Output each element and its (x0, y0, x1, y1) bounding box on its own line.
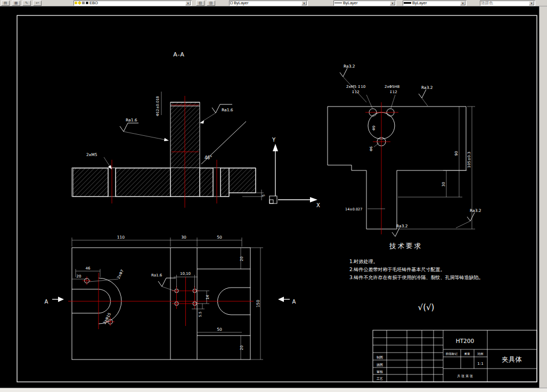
ucs-y-label: Y (272, 137, 276, 143)
ucs-x-label: X (316, 202, 320, 208)
layer-lock-icon (82, 2, 85, 4)
step-dimension-label: 5 (262, 194, 266, 197)
dimension-label: 30 (442, 182, 446, 187)
color-control-icon[interactable]: ▨ (207, 1, 215, 6)
roughness-label: Ra1.6 (222, 108, 233, 112)
dimension-label: 5.5 (198, 312, 202, 317)
dimension-label: 50 (217, 235, 222, 240)
linetype-dropdown[interactable]: ByLayer ▼ (333, 1, 396, 6)
chevron-down-icon[interactable]: ▼ (185, 1, 191, 5)
lineweight-dropdown-value: ByLayer (412, 1, 427, 5)
plotstyle-dropdown-value: 随颜色 (481, 1, 493, 6)
thread-callout: 2xM5 ↧10 (346, 85, 365, 89)
right-scrollbar[interactable] (539, 6, 547, 388)
layers-dialog-icon[interactable]: ▦ (12, 1, 20, 6)
dimension-label: 10,10 (180, 272, 191, 276)
angle-dimension: 46° (205, 156, 212, 160)
section-mark-label: A (292, 299, 296, 305)
dimension-label: 50 (217, 327, 222, 332)
tech-requirements: 技术要求 1.时效处理。 2.铸件公差带对称于毛坯铸件基本尺寸配置。 3.铸件不… (349, 242, 484, 280)
stage-label: 阶段标记 (446, 352, 458, 356)
object-properties-toolbar: ▤ ▦ ✎ ↩ EBO ▼ ▧ ▨ ByLayer ▼ ByLayer ▼ By… (0, 0, 547, 6)
weight-label: 重量 (464, 352, 471, 355)
layer-properties-icon[interactable]: ▤ (1, 1, 10, 6)
front-centerlines (365, 102, 398, 234)
dimension-label: 105±0.3 (467, 152, 471, 168)
roughness-symbol (158, 278, 176, 291)
front-view: 2xM5 ↧10 ↧12 2xΦ5H8 ↧12 Φ9 Φ6 Ra3.2 Ra3.… (328, 64, 481, 236)
status-strip (0, 388, 547, 392)
dimension-label: 110 (117, 235, 125, 240)
dimension-label: 20 (240, 257, 244, 262)
dimension-label: 20 (240, 346, 244, 350)
hole-callout: 2xΦ7 (116, 269, 125, 280)
color-dropdown-value: ByLayer (234, 1, 249, 5)
model-space-canvas[interactable]: A-A (0, 6, 539, 388)
layer-dropdown-value: EBO (89, 1, 98, 5)
hole-callout-depth: ↧12 (389, 90, 397, 94)
tech-requirement-item: 3.铸件不允许存在有损于使用的冷隔、裂纹、孔洞等铸造缺陷。 (349, 275, 484, 280)
plotstyle-dropdown[interactable]: 随颜色 ▼ (480, 1, 535, 6)
color-swatch (230, 2, 233, 4)
roughness-label: Ra3.2 (421, 85, 433, 90)
linetype-preview-icon (334, 3, 342, 3)
roughness-label: Ra3.2 (396, 224, 408, 228)
roughness-label: Ra3.2 (470, 208, 481, 213)
section-mark-label: A (45, 299, 48, 305)
roughness-symbol (419, 89, 428, 106)
layer-previous-icon[interactable]: ↩ (33, 1, 42, 6)
plan-view: 110 30 50 46 20 2xΦ7 2xΦ15 Ra1.6 10,10 1… (45, 235, 296, 360)
tech-requirement-item: 2.铸件公差带对称于毛坯铸件基本尺寸配置。 (349, 267, 445, 272)
roughness-label: Ra3.2 (344, 64, 355, 69)
diameter-label: Φ6 (369, 146, 373, 151)
section-geometry (72, 102, 256, 197)
chevron-down-icon[interactable]: ▼ (529, 1, 534, 5)
section-view: A-A (72, 51, 266, 208)
layer-color-swatch (86, 2, 88, 4)
lineweight-dropdown[interactable]: ByLayer ▼ (403, 1, 467, 6)
linetype-dropdown-value: ByLayer (343, 1, 358, 5)
color-dropdown[interactable]: ByLayer ▼ (229, 1, 308, 6)
material-spec: HT200 (456, 338, 474, 344)
thread-callout-depth: ↧12 (352, 90, 360, 94)
layer-on-icon (75, 2, 77, 4)
dimension-label: 46 (86, 266, 91, 271)
dimension-label: 90 (454, 151, 459, 156)
chevron-down-icon[interactable]: ▼ (390, 1, 395, 5)
tech-requirement-item: 1.时效处理。 (349, 259, 378, 264)
hole-callout: 2xΦ15 (102, 312, 112, 325)
surface-finish-note: √(√) (418, 303, 435, 312)
title-block-row-label: 制图 (377, 355, 383, 360)
hole-callout: 2xΦ5H8 (385, 85, 399, 89)
title-block-row-label: 审核 (377, 370, 383, 373)
dimension-label: 30 (181, 235, 186, 240)
section-title: A-A (173, 51, 185, 58)
title-block: HT200 夹具体 阶段标记 重量 比例 1:1 共 张 第 张 制图 描图 审… (373, 330, 537, 382)
bore-dimension: Φ12±0.018 (156, 96, 160, 116)
scale-value: 1:1 (477, 362, 483, 366)
ucs-icon: Y X (270, 137, 320, 208)
scale-label: 比例 (478, 352, 484, 356)
dimension-label: 20 (77, 274, 81, 279)
chevron-down-icon[interactable]: ▼ (301, 1, 307, 5)
dimension-label: 150 (256, 300, 260, 308)
layer-dropdown[interactable]: EBO ▼ (74, 1, 192, 6)
dimension-label: 14 (206, 295, 210, 299)
thread-callout: 2xM5 (86, 152, 97, 157)
front-dimensions (368, 107, 475, 229)
roughness-symbol (120, 123, 169, 141)
plan-dimensions (72, 238, 263, 360)
chevron-down-icon[interactable]: ▼ (460, 1, 466, 5)
tech-requirements-title: 技术要求 (389, 242, 422, 250)
lineweight-preview-icon (404, 2, 411, 4)
layer-thaw-icon (78, 1, 81, 5)
diameter-label: Φ9 (372, 126, 376, 130)
make-layer-current-icon[interactable]: ✎ (22, 1, 31, 6)
dimension-label: 14±0.027 (345, 207, 362, 211)
roughness-label: Ra1.6 (151, 273, 162, 277)
title-block-row-label: 工艺 (377, 377, 383, 380)
part-name: 夹具体 (502, 355, 522, 363)
roughness-label: Ra1.6 (126, 118, 137, 123)
sheet-info: 共 张 第 张 (457, 374, 473, 378)
match-properties-icon[interactable]: ▧ (196, 1, 205, 6)
